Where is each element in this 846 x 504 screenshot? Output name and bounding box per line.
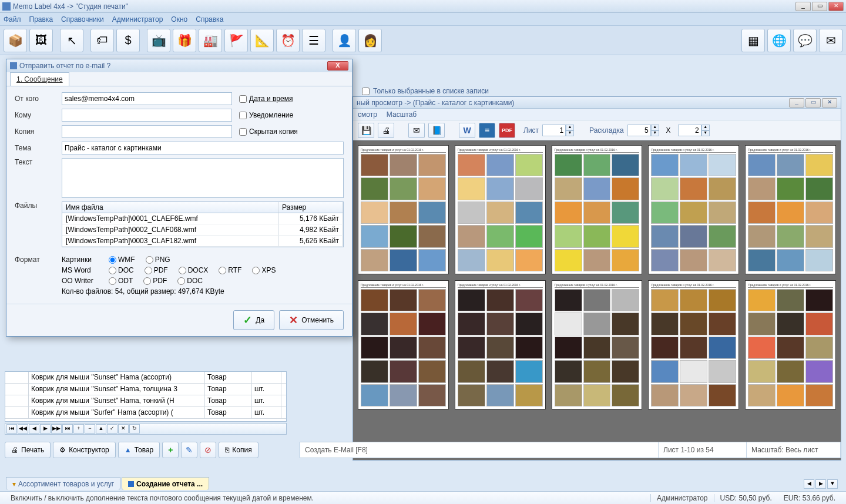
nav-del[interactable]: −	[85, 424, 95, 434]
menu-help[interactable]: Справка	[196, 15, 223, 23]
preview-close-button[interactable]: ✕	[822, 98, 837, 107]
user-female-icon[interactable]: 👩	[358, 29, 382, 52]
page-thumbnail[interactable]: Предложение товаров и услуг на 01.02.201…	[455, 145, 546, 274]
delete-button[interactable]: ⊘	[200, 442, 216, 458]
tab-prev[interactable]: ◀	[804, 479, 814, 489]
nav-edit[interactable]: ▲	[96, 424, 106, 434]
mail-icon[interactable]: ✉	[819, 29, 842, 52]
page-thumbnail[interactable]: Предложение товаров и услуг на 01.02.201…	[648, 280, 739, 409]
page-thumbnail[interactable]: Предложение товаров и услуг на 01.02.201…	[358, 280, 449, 409]
oo-icon[interactable]: ≡	[479, 123, 495, 138]
cancel-button[interactable]: ✕Отменить	[279, 310, 344, 330]
email-icon[interactable]: ✉	[408, 123, 425, 138]
bcc-checkbox[interactable]: Скрытая копия	[239, 127, 298, 136]
nav-prevpage[interactable]: ◀◀	[18, 424, 28, 434]
edit-button[interactable]: ✎	[181, 442, 197, 458]
nav-add[interactable]: +	[73, 424, 84, 434]
print-icon[interactable]: 🖨	[378, 123, 394, 138]
ruler-icon[interactable]: 📐	[250, 29, 274, 52]
nav-cancel[interactable]: ✕	[118, 424, 129, 434]
radio-rtf[interactable]: RTF	[219, 266, 241, 274]
radio-wmf[interactable]: WMF	[109, 256, 135, 264]
chat-icon[interactable]: 💬	[793, 29, 817, 52]
globe-icon[interactable]: 🌐	[767, 29, 791, 52]
layout-rows-value[interactable]	[678, 125, 701, 136]
dialog-tab-message[interactable]: 1. Сообщение	[10, 72, 69, 86]
radio-pdf[interactable]: PDF	[145, 266, 168, 274]
layout-cols-spinner[interactable]: ▲▼	[627, 125, 659, 136]
menu-edit[interactable]: Правка	[29, 15, 53, 23]
preview-menu-scale[interactable]: Масштаб	[387, 110, 417, 119]
sheet-value[interactable]	[542, 125, 566, 136]
designer-button[interactable]: ⚙Конструктор	[53, 442, 115, 458]
file-row[interactable]: [WindowsTempPath]\0001_CLAEF6E.wmf5,176 …	[62, 213, 343, 224]
close-button[interactable]: ✕	[828, 2, 844, 11]
nav-first[interactable]: ⏮	[6, 424, 17, 434]
cc-input[interactable]	[62, 125, 232, 138]
sheet-down[interactable]: ▼	[566, 130, 574, 136]
page-thumbnail[interactable]: Предложение товаров и услуг на 01.02.201…	[552, 280, 643, 409]
product-button[interactable]: ▲Товар	[118, 442, 160, 458]
preview-body[interactable]: Предложение товаров и услуг на 01.02.201…	[353, 140, 841, 460]
page-thumbnail[interactable]: Предложение товаров и услуг на 01.02.201…	[455, 280, 546, 409]
nav-ok[interactable]: ✓	[107, 424, 118, 434]
sheet-up[interactable]: ▲	[566, 125, 574, 130]
cursor-icon[interactable]: ↖	[60, 29, 83, 52]
radio-oo-doc[interactable]: DOC	[177, 277, 203, 285]
stamp-icon[interactable]: ▦	[741, 29, 765, 52]
list-icon[interactable]: ☰	[302, 29, 325, 52]
image-icon[interactable]: 🖼	[29, 29, 53, 52]
rows-down[interactable]: ▼	[701, 130, 710, 136]
table-row[interactable]: Коврик для мыши "Sunset" Hama (ассорти)Т…	[5, 372, 286, 384]
dialog-titlebar[interactable]: Отправить отчет по e-mail ? X	[6, 59, 352, 72]
file-row[interactable]: [WindowsTempPath]\0002_CLAF068.wmf4,982 …	[62, 224, 343, 236]
subject-input[interactable]	[62, 142, 344, 154]
menu-refs[interactable]: Справочники	[61, 15, 104, 23]
radio-oo-pdf[interactable]: PDF	[143, 277, 167, 285]
nav-nextpage[interactable]: ▶▶	[51, 424, 62, 434]
factory-icon[interactable]: 🏭	[199, 29, 222, 52]
nav-refresh[interactable]: ↻	[129, 424, 140, 434]
cols-up[interactable]: ▲	[651, 125, 659, 130]
tab-report[interactable]: Создание отчета ...	[122, 477, 209, 490]
menu-file[interactable]: Файл	[4, 15, 21, 23]
maximize-button[interactable]: ▭	[812, 2, 827, 11]
word-icon[interactable]: W	[459, 123, 475, 138]
cols-down[interactable]: ▼	[651, 130, 659, 136]
nav-last[interactable]: ⏭	[62, 424, 73, 434]
tab-next[interactable]: ▶	[815, 479, 826, 489]
dialog-close-button[interactable]: X	[327, 61, 348, 70]
nav-prev[interactable]: ◀	[29, 424, 39, 434]
user-male-icon[interactable]: 👤	[333, 29, 356, 52]
sheet-spinner[interactable]: ▲▼	[542, 125, 574, 136]
page-thumbnail[interactable]: Предложение товаров и услуг на 01.02.201…	[552, 145, 643, 274]
radio-doc[interactable]: DOC	[109, 266, 134, 274]
nav-next[interactable]: ▶	[40, 424, 51, 434]
files-table[interactable]: Имя файлаРазмер [WindowsTempPath]\0001_C…	[62, 201, 344, 247]
minimize-button[interactable]: _	[795, 2, 811, 11]
tab-assortment[interactable]: ▾Ассортимент товаров и услуг	[6, 477, 120, 490]
file-row[interactable]: [WindowsTempPath]\0003_CLAF182.wmf5,626 …	[62, 236, 343, 247]
dollar-icon[interactable]: $	[116, 29, 140, 52]
from-input[interactable]	[62, 92, 232, 105]
table-row[interactable]: Коврик для мыши "Surfer" Hama (ассорти) …	[5, 407, 286, 419]
table-row[interactable]: Коврик для мыши "Sunset" Hama, тонкий (H…	[5, 395, 286, 407]
notify-checkbox[interactable]: Уведомление	[239, 111, 293, 119]
menu-window[interactable]: Окно	[171, 15, 187, 23]
menu-admin[interactable]: Администратор	[112, 15, 163, 23]
flag-icon[interactable]: 🚩	[224, 29, 248, 52]
print-button[interactable]: 🖨Печать	[5, 442, 51, 458]
clock-icon[interactable]: ⏰	[276, 29, 300, 52]
copy-button[interactable]: ⎘Копия	[219, 442, 258, 458]
radio-odt[interactable]: ODT	[109, 277, 133, 285]
page-thumbnail[interactable]: Предложение товаров и услуг на 01.02.201…	[648, 145, 739, 274]
save-icon[interactable]: 💾	[358, 123, 374, 138]
to-input[interactable]	[62, 109, 232, 122]
datetime-checkbox[interactable]: Дата и время	[239, 95, 293, 103]
only-selected-checkbox[interactable]	[362, 88, 370, 95]
layout-rows-spinner[interactable]: ▲▼	[678, 125, 710, 136]
preview-maximize-button[interactable]: ▭	[805, 98, 821, 107]
radio-png[interactable]: PNG	[146, 256, 170, 264]
tag-icon[interactable]: 🏷	[90, 29, 114, 52]
box-icon[interactable]: 📦	[4, 29, 27, 52]
